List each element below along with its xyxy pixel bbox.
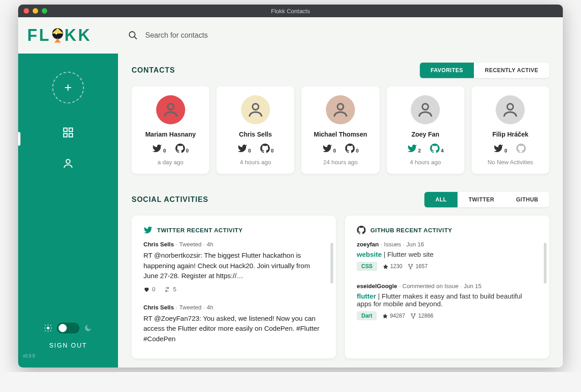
theme-toggle[interactable] [57,323,79,333]
fork-count: 12866 [410,313,433,319]
avatar [326,95,355,124]
github-count [516,143,527,153]
activity-time: 4 hours ago [240,159,271,166]
sidebar: + SIGN OUT v0.9.6 [18,54,118,368]
language-badge: Dart [357,311,377,320]
avatar [156,95,185,124]
topbar: FL KK [18,17,563,54]
logo-text-2: KK [64,26,92,45]
twitter-count: 0 [237,143,251,153]
contact-card[interactable]: Zoey Fan 2 4 4 hours ago [387,86,464,174]
sun-icon [44,324,52,332]
social-tabs: ALL TWITTER GITHUB [424,192,549,207]
language-badge: CSS [357,262,377,271]
tab-favorites[interactable]: FAVORITES [420,63,474,78]
contact-name: Filip Hráček [492,131,528,138]
app-window: Flokk Contacts FL KK + [18,5,563,368]
fork-count: 1657 [408,263,428,270]
search-icon[interactable] [128,30,138,40]
contact-card[interactable]: Michael Thomsen 0 0 24 hours ago [301,86,379,174]
avatar [241,95,270,124]
like-count[interactable]: 0 [143,286,155,293]
maximize-icon[interactable] [42,8,47,14]
github-activity-title: GITHUB RECENT ACTIVITY [370,227,452,234]
svg-point-20 [55,33,57,34]
tweet-body: RT @norbertkozsir: The biggest Flutter h… [143,250,324,281]
twitter-count: 0 [322,143,336,153]
twitter-count: 0 [152,143,166,153]
activity-time: 4 hours ago [410,159,441,166]
logo: FL KK [27,26,92,45]
minimize-icon[interactable] [33,8,38,14]
twitter-activity-title: TWITTER RECENT ACTIVITY [157,227,243,234]
star-count: 94287 [382,313,405,319]
version-label: v0.9.6 [23,353,35,358]
github-activity-panel: GITHUB RECENT ACTIVITY zoeyfan·Issues·Ju… [345,216,549,358]
tweet-item[interactable]: Chris Sells·Tweeted·4h RT @ZoeyFan723: Y… [143,304,324,344]
activity-time: a day ago [158,159,183,166]
logo-text: FL [27,26,51,45]
avatar [496,95,525,124]
github-count: 0 [175,143,189,153]
tab-twitter[interactable]: TWITTER [458,192,505,207]
retweet-count[interactable]: 5 [163,286,176,293]
add-contact-button[interactable]: + [52,72,84,103]
github-icon [357,225,366,235]
dashboard-icon[interactable] [62,126,74,139]
contact-card[interactable]: Mariam Hasnany 0 0 a day ago [132,86,209,174]
close-icon[interactable] [24,8,29,14]
active-indicator [18,132,20,146]
github-item[interactable]: zoeyfan·Issues·Jun 16 website | Flutter … [357,241,537,271]
github-count: 0 [260,143,274,153]
twitter-activity-panel: TWITTER RECENT ACTIVITY Chris Sells·Twee… [132,216,336,358]
contact-name: Chris Sells [239,131,272,138]
contact-name: Mariam Hasnany [145,131,196,138]
twitter-count: 2 [407,143,421,153]
contact-name: Michael Thomsen [314,131,367,138]
contact-card[interactable]: Filip Hráček 0 No New Activities [472,86,549,174]
contacts-heading: CONTACTS [132,66,175,74]
contacts-tabs: FAVORITES RECENTLY ACTIVE [420,63,549,78]
twitter-icon [143,225,153,235]
scrollbar[interactable] [544,243,547,284]
tab-all[interactable]: ALL [424,192,458,207]
search-input[interactable] [145,31,281,39]
activity-time: No New Activities [487,159,533,166]
social-heading: SOCIAL ACTIVITIES [132,196,208,204]
main-content: CONTACTS FAVORITES RECENTLY ACTIVE Maria… [118,54,563,368]
contact-name: Zoey Fan [411,131,439,138]
tab-recently-active[interactable]: RECENTLY ACTIVE [474,63,549,78]
star-count: 1230 [383,263,403,270]
profile-icon[interactable] [62,157,74,170]
bird-icon [51,27,64,44]
scrollbar[interactable] [330,243,333,284]
tab-github[interactable]: GITHUB [505,192,549,207]
avatar [411,95,440,124]
github-count: 4 [430,143,443,153]
repo-link[interactable]: website [357,250,382,258]
contact-card[interactable]: Chris Sells 0 0 4 hours ago [217,86,294,174]
tweet-body: RT @ZoeyFan723: You asked, we listened! … [143,314,324,344]
moon-icon [84,324,92,332]
github-count: 0 [345,143,359,153]
window-title: Flokk Contacts [18,8,563,15]
titlebar: Flokk Contacts [18,5,563,17]
github-item[interactable]: eseidelGoogle·Commented on Issue·Jun 15 … [357,283,537,320]
repo-link[interactable]: flutter [357,292,376,300]
sign-out-button[interactable]: SIGN OUT [49,342,87,349]
twitter-count: 0 [493,143,507,153]
tweet-item[interactable]: Chris Sells·Tweeted·4h RT @norbertkozsir… [143,241,324,293]
activity-time: 24 hours ago [323,159,358,166]
